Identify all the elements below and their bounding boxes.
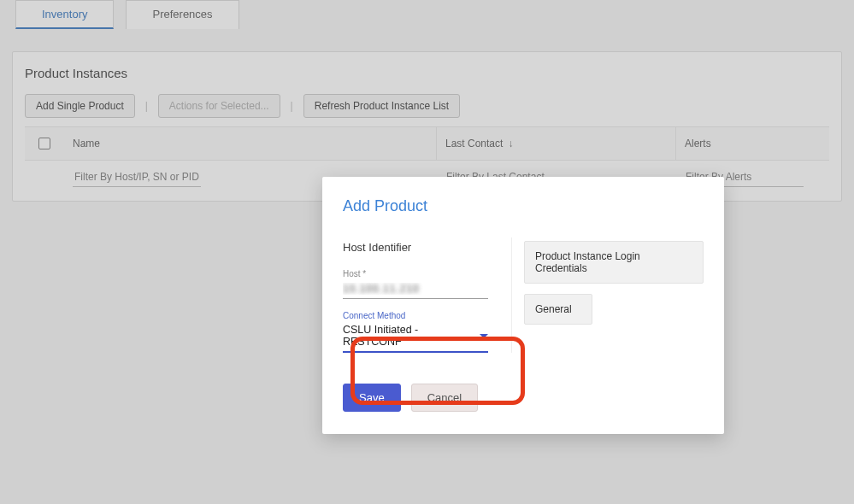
modal-body: Host Identifier Host * Connect Method CS… xyxy=(343,237,704,353)
credentials-tab-button[interactable]: Product Instance Login Credentials xyxy=(524,241,704,284)
connect-method-value: CSLU Initiated - RESTCONF xyxy=(343,324,480,348)
host-field-label: Host * xyxy=(343,269,499,278)
add-product-modal: Add Product Host Identifier Host * Conne… xyxy=(322,177,724,434)
connect-method-label: Connect Method xyxy=(343,311,499,320)
modal-left-column: Host Identifier Host * Connect Method CS… xyxy=(343,237,512,353)
modal-actions: Save Cancel xyxy=(343,384,704,412)
modal-title: Add Product xyxy=(343,197,704,215)
save-button[interactable]: Save xyxy=(343,384,401,412)
host-input[interactable] xyxy=(343,281,488,299)
general-tab-button[interactable]: General xyxy=(524,294,592,325)
host-identifier-label: Host Identifier xyxy=(343,241,499,254)
modal-right-column: Product Instance Login Credentials Gener… xyxy=(524,237,704,353)
connect-method-select[interactable]: CSLU Initiated - RESTCONF xyxy=(343,322,488,353)
chevron-down-icon xyxy=(480,334,488,338)
cancel-button[interactable]: Cancel xyxy=(411,384,478,412)
